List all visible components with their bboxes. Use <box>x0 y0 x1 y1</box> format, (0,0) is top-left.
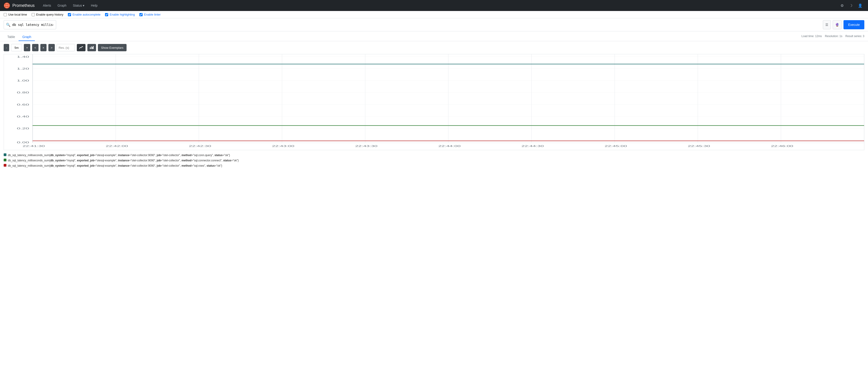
legend-item-1: db_sql_latency_milliseconds_sum{db_syste… <box>4 153 864 157</box>
time-cancel-button[interactable]: × <box>40 44 47 51</box>
search-input-wrap: 🔍 <box>4 20 821 29</box>
svg-text:0.80: 0.80 <box>17 91 29 94</box>
search-input[interactable] <box>4 20 56 29</box>
svg-rect-5 <box>91 46 92 49</box>
nav-status-label: Status <box>73 4 82 7</box>
navbar-nav: Alerts Graph Status ▾ Help <box>40 2 839 9</box>
theme-toggle-button[interactable]: ☽ <box>847 2 854 9</box>
svg-text:0.00: 0.00 <box>17 141 29 144</box>
tabs: Table Graph <box>4 33 35 41</box>
show-exemplars-button[interactable]: Show Exemplars <box>98 44 127 51</box>
navbar: Prometheus Alerts Graph Status ▾ Help ⚙ … <box>0 0 868 11</box>
resolution: Resolution: 1s <box>825 35 842 38</box>
nav-graph[interactable]: Graph <box>55 2 69 9</box>
legend-item-2: db_sql_latency_milliseconds_sum{db_syste… <box>4 158 864 163</box>
enable-query-history-label: Enable query history <box>36 13 63 16</box>
svg-rect-4 <box>90 47 91 49</box>
use-local-time-checkbox[interactable] <box>4 13 7 16</box>
chart-svg: 1.40 1.20 1.00 0.80 0.60 0.40 0.20 0.00 … <box>4 54 864 150</box>
svg-text:22:42:00: 22:42:00 <box>106 145 128 147</box>
navbar-icons: ⚙ ☽ 👤 <box>839 2 864 9</box>
enable-highlighting-label: Enable highlighting <box>110 13 135 16</box>
time-next-button[interactable]: > <box>49 44 55 51</box>
legend-text-1: db_sql_latency_milliseconds_sum{db_syste… <box>8 153 230 157</box>
user-button[interactable]: 👤 <box>856 2 864 9</box>
enable-linter-checkbox[interactable] <box>140 13 143 16</box>
nav-alerts[interactable]: Alerts <box>40 2 54 9</box>
enable-query-history-checkbox[interactable] <box>32 13 35 16</box>
enable-linter-option[interactable]: Enable linter <box>140 13 160 16</box>
load-time: Load time: 12ms <box>802 35 822 38</box>
use-local-time-option[interactable]: Use local time <box>4 13 27 16</box>
svg-text:22:41:30: 22:41:30 <box>23 145 45 147</box>
svg-text:0.60: 0.60 <box>17 103 29 106</box>
line-chart-icon <box>79 45 83 50</box>
tab-graph[interactable]: Graph <box>19 33 35 41</box>
tab-table[interactable]: Table <box>4 33 19 41</box>
svg-text:0.20: 0.20 <box>17 127 29 130</box>
query-options-button[interactable]: ☰ <box>823 20 831 29</box>
svg-rect-6 <box>92 47 93 49</box>
nav-status-dropdown[interactable]: Status ▾ <box>70 2 87 9</box>
search-icon: 🔍 <box>6 23 10 27</box>
enable-linter-label: Enable linter <box>144 13 160 16</box>
enable-highlighting-option[interactable]: Enable highlighting <box>105 13 135 16</box>
chart-container: 1.40 1.20 1.00 0.80 0.60 0.40 0.20 0.00 … <box>4 54 864 150</box>
svg-text:0.40: 0.40 <box>17 115 29 118</box>
bar-chart-icon <box>90 45 94 50</box>
brand-name: Prometheus <box>12 3 35 8</box>
use-local-time-label: Use local time <box>8 13 27 16</box>
legend-color-2 <box>4 159 6 161</box>
search-bar: 🔍 ☰ 🔮 Execute <box>0 18 868 31</box>
svg-text:22:45:00: 22:45:00 <box>604 145 627 147</box>
enable-autocomplete-label: Enable autocomplete <box>72 13 100 16</box>
options-bar: Use local time Enable query history Enab… <box>0 11 868 18</box>
svg-text:22:43:30: 22:43:30 <box>355 145 377 147</box>
settings-button[interactable]: ⚙ <box>839 2 845 9</box>
execute-button[interactable]: Execute <box>843 20 864 29</box>
svg-text:1.20: 1.20 <box>17 67 29 70</box>
brand: Prometheus <box>4 2 35 9</box>
svg-text:22:43:00: 22:43:00 <box>272 145 294 147</box>
chevron-down-icon: ▾ <box>83 4 84 7</box>
graph-controls: - + < × > Show Exemplars <box>0 41 868 54</box>
nav-help[interactable]: Help <box>88 2 100 9</box>
svg-text:22:44:30: 22:44:30 <box>522 145 544 147</box>
tabs-area: Table Graph Load time: 12ms Resolution: … <box>0 31 868 41</box>
svg-text:22:45:30: 22:45:30 <box>688 145 710 147</box>
resolution-input[interactable] <box>57 44 75 51</box>
legend-color-3 <box>4 164 6 167</box>
svg-text:22:42:30: 22:42:30 <box>189 145 211 147</box>
chart-area: 1.40 1.20 1.00 0.80 0.60 0.40 0.20 0.00 … <box>0 54 868 150</box>
svg-text:22:46:00: 22:46:00 <box>771 145 793 147</box>
zoom-in-button[interactable]: + <box>24 44 30 51</box>
svg-rect-7 <box>93 46 94 49</box>
enable-highlighting-checkbox[interactable] <box>105 13 108 16</box>
legend-text-2: db_sql_latency_milliseconds_sum{db_syste… <box>8 159 239 163</box>
chart-line-button[interactable] <box>77 44 86 51</box>
enable-autocomplete-option[interactable]: Enable autocomplete <box>68 13 100 16</box>
legend-item-3: db_sql_latency_milliseconds_sum{db_syste… <box>4 164 864 168</box>
time-prev-button[interactable]: < <box>32 44 38 51</box>
chart-bar-button[interactable] <box>87 44 96 51</box>
zoom-out-button[interactable]: - <box>4 44 9 51</box>
metrics-browser-button[interactable]: 🔮 <box>833 20 842 29</box>
legend: db_sql_latency_milliseconds_sum{db_syste… <box>0 150 868 171</box>
result-series: Result series: 3 <box>845 35 864 38</box>
svg-text:1.40: 1.40 <box>17 55 29 58</box>
legend-text-3: db_sql_latency_milliseconds_sum{db_syste… <box>8 164 222 168</box>
time-range-input[interactable] <box>11 44 22 51</box>
enable-query-history-option[interactable]: Enable query history <box>32 13 63 16</box>
tab-meta: Load time: 12ms Resolution: 1s Result se… <box>802 35 864 40</box>
enable-autocomplete-checkbox[interactable] <box>68 13 71 16</box>
prometheus-logo <box>4 2 10 9</box>
svg-text:22:44:00: 22:44:00 <box>438 145 461 147</box>
legend-color-1 <box>4 153 6 156</box>
svg-text:1.00: 1.00 <box>17 79 29 82</box>
